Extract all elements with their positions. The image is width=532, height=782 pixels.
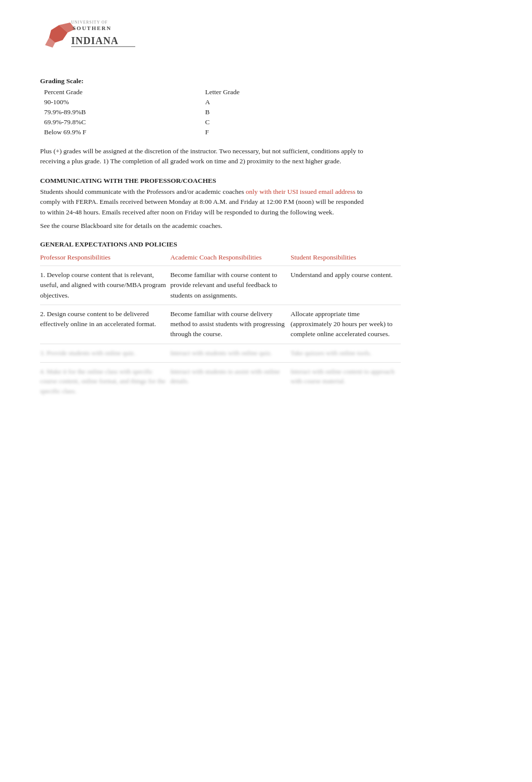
letter-C: C — [145, 117, 351, 127]
communicating-body: Students should communicate with the Pro… — [40, 187, 366, 218]
letter-A: A — [145, 97, 351, 107]
academic-col-header: Academic Coach Responsibilities — [170, 251, 291, 266]
svg-text:UNIVERSITY OF: UNIVERSITY OF — [71, 20, 108, 25]
grading-table: Percent Grade Letter Grade 90-100% A 79.… — [40, 87, 351, 137]
grading-scale-title: Grading Scale: — [40, 77, 492, 85]
student-row-2: Allocate appropriate time (approximately… — [291, 305, 401, 344]
logo-area: SOUTHERN INDIANA UNIVERSITY OF — [40, 15, 492, 62]
academic-row-1: Become familiar with course content to p… — [170, 266, 291, 305]
percent-grade-header: Percent Grade — [40, 87, 145, 97]
professor-row-1: 1. Develop course content that is releva… — [40, 266, 170, 305]
student-row-1: Understand and apply course content. — [291, 266, 401, 305]
letter-B: B — [145, 107, 351, 117]
expectations-section: GENERAL EXPECTATIONS AND POLICIES Profes… — [40, 240, 492, 400]
student-row-4: Interact with online content to approach… — [291, 362, 401, 400]
percent-79: 79.9%-89.9%B — [40, 107, 145, 117]
email-highlight: only with their USI issued email address — [246, 188, 356, 195]
table-row: Below 69.9% F F — [40, 127, 351, 137]
communicating-section: COMMUNICATING WITH THE PROFESSOR/COACHES… — [40, 177, 492, 232]
percent-69: 69.9%-79.8%C — [40, 117, 145, 127]
grading-section: Grading Scale: Percent Grade Letter Grad… — [40, 77, 492, 137]
academic-row-4: Interact with students to assist with on… — [170, 362, 291, 400]
table-row: 90-100% A — [40, 97, 351, 107]
svg-text:INDIANA: INDIANA — [71, 35, 119, 46]
professor-col-header: Professor Responsibilities — [40, 251, 170, 266]
percent-below: Below 69.9% F — [40, 127, 145, 137]
communicating-heading: COMMUNICATING WITH THE PROFESSOR/COACHES — [40, 177, 492, 185]
academic-row-2: Become familiar with course delivery met… — [170, 305, 291, 344]
student-col-header: Student Responsibilities — [291, 251, 401, 266]
letter-F: F — [145, 127, 351, 137]
percent-90: 90-100% — [40, 97, 145, 107]
university-logo: SOUTHERN INDIANA UNIVERSITY OF — [40, 15, 140, 60]
academic-row-3: Interact with students with online quiz. — [170, 344, 291, 362]
svg-text:SOUTHERN: SOUTHERN — [73, 25, 112, 31]
expectations-heading: GENERAL EXPECTATIONS AND POLICIES — [40, 240, 492, 248]
table-row: 79.9%-89.9%B B — [40, 107, 351, 117]
expectations-grid: Professor Responsibilities Academic Coac… — [40, 251, 401, 400]
table-row: 69.9%-79.8%C C — [40, 117, 351, 127]
comm-text-before: Students should communicate with the Pro… — [40, 188, 246, 195]
professor-row-4: 4. Make it for the online class with spe… — [40, 362, 170, 400]
blackboard-note: See the course Blackboard site for detai… — [40, 221, 366, 231]
student-row-3: Take quizzes with online tools. — [291, 344, 401, 362]
plus-grades-text: Plus (+) grades will be assigned at the … — [40, 146, 366, 167]
letter-grade-header: Letter Grade — [145, 87, 351, 97]
professor-row-3: 3. Provide students with online quiz. — [40, 344, 170, 362]
professor-row-2: 2. Design course content to be delivered… — [40, 305, 170, 344]
